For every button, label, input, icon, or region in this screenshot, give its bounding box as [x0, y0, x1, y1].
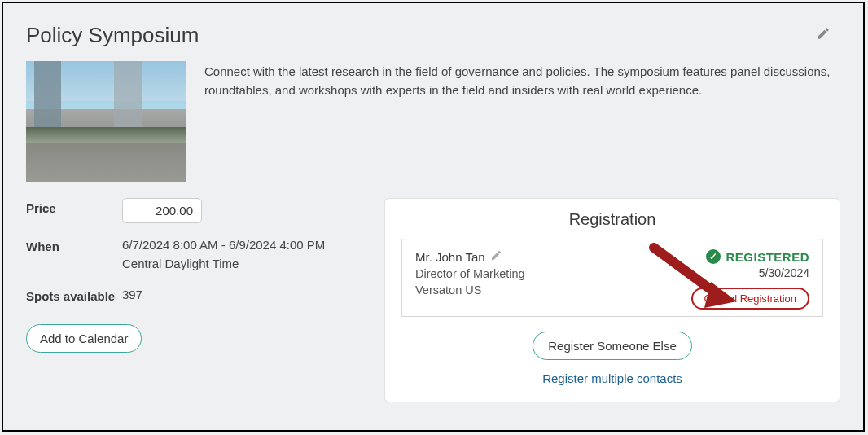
event-image — [26, 61, 186, 182]
check-icon: ✓ — [706, 249, 721, 264]
registration-status-block: ✓ REGISTERED 5/30/2024 Cancel Registrati… — [691, 249, 809, 310]
price-row: Price — [26, 198, 360, 223]
registrant-box: Mr. John Tan Director of Marketing Versa… — [401, 239, 823, 317]
event-title: Policy Symposium — [26, 23, 840, 48]
main-content: Price When 6/7/2024 8:00 AM - 6/9/2024 4… — [26, 198, 840, 402]
when-row: When 6/7/2024 8:00 AM - 6/9/2024 4:00 PM… — [26, 236, 360, 273]
spots-label: Spots available — [26, 286, 122, 303]
when-value: 6/7/2024 8:00 AM - 6/9/2024 4:00 PM Cent… — [122, 236, 325, 273]
edit-event-icon[interactable] — [816, 26, 831, 44]
event-description: Connect with the latest research in the … — [204, 61, 840, 182]
event-details: Price When 6/7/2024 8:00 AM - 6/9/2024 4… — [26, 198, 360, 402]
registration-title: Registration — [401, 210, 823, 229]
when-datetime: 6/7/2024 8:00 AM - 6/9/2024 4:00 PM — [122, 236, 325, 255]
when-timezone: Central Daylight Time — [122, 255, 325, 274]
add-to-calendar-button[interactable]: Add to Calendar — [26, 324, 142, 353]
when-label: When — [26, 236, 122, 253]
price-label: Price — [26, 198, 122, 215]
registration-status: ✓ REGISTERED — [691, 249, 809, 264]
registration-date: 5/30/2024 — [691, 266, 809, 279]
spots-row: Spots available 397 — [26, 286, 360, 305]
event-header: Connect with the latest research in the … — [26, 61, 840, 182]
registration-panel: Registration Mr. John Tan Director of Ma… — [384, 198, 840, 402]
edit-registrant-icon[interactable] — [490, 249, 502, 264]
cancel-registration-button[interactable]: Cancel Registration — [691, 288, 809, 310]
status-label: REGISTERED — [726, 250, 809, 264]
event-card: Policy Symposium Connect with the latest… — [2, 2, 865, 432]
price-input[interactable] — [122, 198, 202, 223]
register-multiple-contacts-link[interactable]: Register multiple contacts — [401, 371, 823, 385]
spots-value: 397 — [122, 286, 142, 305]
registrant-name: Mr. John Tan — [415, 250, 485, 264]
register-someone-else-button[interactable]: Register Someone Else — [533, 332, 692, 360]
